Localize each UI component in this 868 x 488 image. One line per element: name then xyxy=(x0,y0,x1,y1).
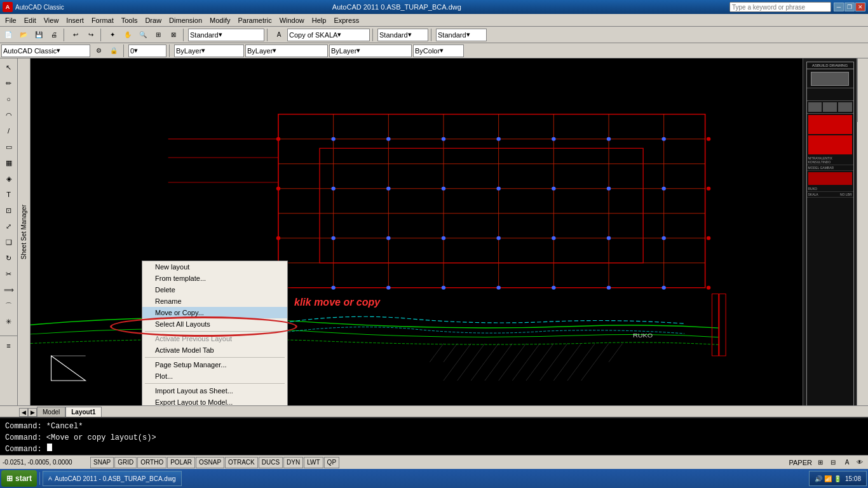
menu-edit[interactable]: Edit xyxy=(20,15,40,25)
sheet-set-manager[interactable]: Sheet Set Manager xyxy=(18,58,31,405)
ducs-btn[interactable]: DUCS xyxy=(259,457,283,468)
workspace-dropdown[interactable]: AutoCAD Classic▾ xyxy=(1,44,90,57)
menu-modify[interactable]: Modify xyxy=(206,15,234,25)
menu-view[interactable]: View xyxy=(40,15,63,25)
annotscale-btn[interactable]: A xyxy=(272,28,286,42)
rect-tool[interactable]: ▭ xyxy=(1,139,17,154)
move-tool[interactable]: ⤢ xyxy=(1,219,17,234)
menu-dimension[interactable]: Dimension xyxy=(165,15,206,25)
zoom-win-btn[interactable]: ⊞ xyxy=(151,28,165,42)
ctx-page-setup[interactable]: Page Setup Manager... xyxy=(142,359,287,370)
tab-layout1[interactable]: Layout1 xyxy=(65,407,101,417)
ctx-import-layout[interactable]: Import Layout as Sheet... xyxy=(142,385,287,396)
snap-btn[interactable]: SNAP xyxy=(90,457,114,468)
tb-company: NITRAYALENTIX KONSULTINDO xyxy=(807,156,853,165)
tab-nav-left[interactable]: ◀ xyxy=(19,408,28,417)
lock-btn[interactable]: 🔒 xyxy=(107,44,121,58)
polyline-tool[interactable]: ✏ xyxy=(1,76,17,91)
linetype-dropdown[interactable]: ByLayer▾ xyxy=(245,44,328,57)
search-input[interactable] xyxy=(729,2,831,12)
match-prop-btn[interactable]: ✦ xyxy=(105,28,119,42)
style-dropdown[interactable]: Standard▾ xyxy=(188,29,264,41)
polar-btn[interactable]: POLAR xyxy=(167,457,195,468)
sep7 xyxy=(123,44,126,57)
ctx-select-all[interactable]: Select All Layouts xyxy=(142,318,287,330)
grid-btn[interactable]: GRID xyxy=(114,457,137,468)
arc-tool[interactable]: ◠ xyxy=(1,107,17,123)
menu-draw[interactable]: Draw xyxy=(141,15,165,25)
copy-tool[interactable]: ❑ xyxy=(1,234,17,250)
main-area: ↖ ✏ ○ ◠ / ▭ ▦ ◈ T ⊡ ⤢ ❑ ↻ ✂ ⟹ ⌒ ✳ ≡ Shee… xyxy=(0,58,868,405)
open-btn[interactable]: 📂 xyxy=(17,28,31,42)
text-tool[interactable]: T xyxy=(1,187,17,202)
plotstyle-dropdown[interactable]: ByColor▾ xyxy=(413,44,464,57)
ctx-delete[interactable]: Delete xyxy=(142,284,287,295)
annot-scale-btn[interactable]: A xyxy=(841,457,853,468)
tb-model: MODEL GAMBAR xyxy=(807,165,853,171)
rotate-tool[interactable]: ↻ xyxy=(1,250,17,266)
explode-tool[interactable]: ✳ xyxy=(1,314,17,329)
ortho-btn[interactable]: ORTHO xyxy=(137,457,166,468)
osnap-btn[interactable]: OSNAP xyxy=(196,457,224,468)
redo-btn[interactable]: ↪ xyxy=(84,28,98,42)
extend-tool[interactable]: ⟹ xyxy=(1,282,17,297)
menu-tools[interactable]: Tools xyxy=(118,15,142,25)
toolbar-row-1: 📄 📂 💾 🖨 ↩ ↪ ✦ ✋ 🔍 ⊞ ⊠ Standard▾ A Copy o… xyxy=(0,27,868,43)
restore-button[interactable]: ❐ xyxy=(844,3,855,11)
select-tool[interactable]: ↖ xyxy=(1,60,17,75)
ctx-rename[interactable]: Rename xyxy=(142,295,287,307)
lwt-btn[interactable]: LWT xyxy=(304,457,323,468)
ctx-export-layout[interactable]: Export Layout to Model... xyxy=(142,396,287,405)
layer-state-dropdown[interactable]: 0▾ xyxy=(128,44,166,57)
new-btn[interactable]: 📄 xyxy=(1,28,15,42)
ctx-plot[interactable]: Plot... xyxy=(142,370,287,382)
ctx-activate-model[interactable]: Activate Model Tab xyxy=(142,344,287,356)
menu-parametric[interactable]: Parametric xyxy=(234,15,275,25)
otrack-btn[interactable]: OTRACK xyxy=(225,457,258,468)
close-button[interactable]: ✕ xyxy=(855,3,865,11)
tab-nav-right[interactable]: ▶ xyxy=(28,408,37,417)
undo-btn[interactable]: ↩ xyxy=(69,28,83,42)
text-style-dropdown[interactable]: Standard▾ xyxy=(436,29,487,41)
tb-skala-label: SKALA xyxy=(808,193,818,196)
dyn-btn[interactable]: DYN xyxy=(283,457,303,468)
minimize-button[interactable]: ─ xyxy=(834,3,844,11)
dim-style-dropdown[interactable]: Standard▾ xyxy=(377,29,428,41)
workspace-settings-btn[interactable]: ⚙ xyxy=(92,44,105,58)
save-btn[interactable]: 💾 xyxy=(32,28,46,42)
ctx-move-or-copy[interactable]: Move or Copy... xyxy=(142,307,287,318)
scale-dropdown[interactable]: Copy of SKALA▾ xyxy=(287,29,370,41)
sheet-view-btn[interactable]: ⊟ xyxy=(827,457,839,468)
menu-express[interactable]: Express xyxy=(330,15,363,25)
layer-prop-tool[interactable]: ≡ xyxy=(1,338,17,353)
qp-btn[interactable]: QP xyxy=(324,457,339,468)
hatch-tool[interactable]: ▦ xyxy=(1,155,17,170)
fillet-tool[interactable]: ⌒ xyxy=(1,298,17,313)
tab-model[interactable]: Model xyxy=(37,407,65,417)
insert-block-tool[interactable]: ⊡ xyxy=(1,203,17,218)
menu-window[interactable]: Window xyxy=(276,15,308,25)
line-tool[interactable]: / xyxy=(1,123,17,139)
pan-btn[interactable]: ✋ xyxy=(121,28,135,42)
region-tool[interactable]: ◈ xyxy=(1,171,17,186)
menu-help[interactable]: Help xyxy=(308,15,330,25)
ctx-from-template[interactable]: From template... xyxy=(142,273,287,284)
menu-insert[interactable]: Insert xyxy=(62,15,88,25)
circle-tool[interactable]: ○ xyxy=(1,92,17,107)
ctx-new-layout[interactable]: New layout xyxy=(142,261,287,273)
zoom-btn[interactable]: 🔍 xyxy=(136,28,150,42)
color-dropdown[interactable]: ByLayer▾ xyxy=(174,44,244,57)
annot-vis-btn[interactable]: 👁 xyxy=(854,457,865,468)
model-view-btn[interactable]: ⊞ xyxy=(815,457,826,468)
lineweight-dropdown[interactable]: ByLayer▾ xyxy=(329,44,412,57)
menu-format[interactable]: Format xyxy=(88,15,118,25)
ctx-sep2 xyxy=(145,357,285,358)
drawing-area[interactable]: RUKO New layout From template... Delete … xyxy=(31,58,857,405)
menu-file[interactable]: File xyxy=(1,15,20,25)
plot-btn[interactable]: 🖨 xyxy=(47,28,61,42)
zoom-ext-btn[interactable]: ⊠ xyxy=(166,28,180,42)
trim-tool[interactable]: ✂ xyxy=(1,266,17,281)
ctx-activate-previous[interactable]: Activate Previous Layout xyxy=(142,333,287,344)
start-button[interactable]: ⊞start xyxy=(1,470,37,487)
taskbar-autocad[interactable]: A AutoCAD 2011 - 0.ASB_TURAP_BCA.dwg xyxy=(43,471,182,486)
